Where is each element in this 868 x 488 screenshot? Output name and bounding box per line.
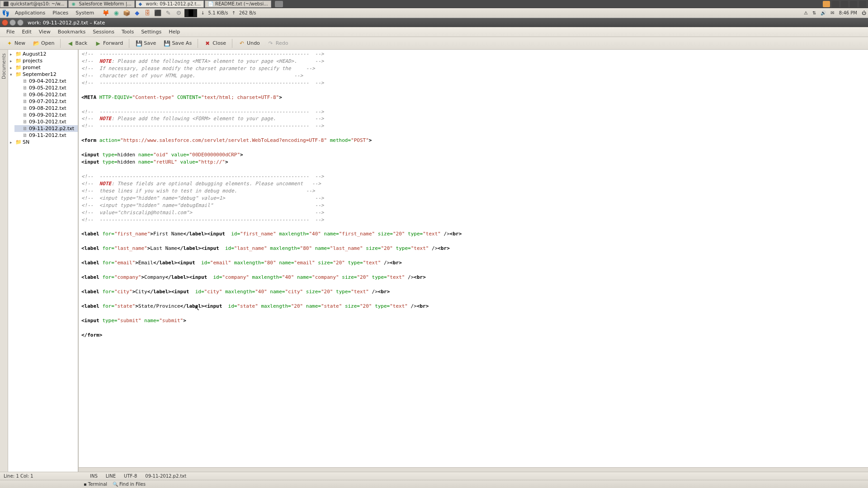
tree-file[interactable]: 🗎09-07-2012.txt	[14, 98, 78, 105]
notification-icon[interactable]	[823, 1, 830, 7]
places-menu[interactable]: Places	[49, 9, 72, 17]
tree-file[interactable]: 🗎09-10-2012.txt	[14, 118, 78, 125]
menu-sessions[interactable]: Sessions	[89, 28, 118, 36]
find-in-files-tab[interactable]: 🔍 Find in Files	[113, 482, 146, 487]
new-button[interactable]: ✦New	[3, 38, 28, 49]
power-icon[interactable]: ⏻	[862, 10, 866, 15]
workspace-icon-3[interactable]	[850, 1, 857, 7]
file-label: 09-07-2012.txt	[29, 99, 66, 104]
horizontal-scrollbar[interactable]	[78, 467, 868, 472]
workspace-icon-1[interactable]	[832, 1, 839, 7]
mail-icon[interactable]: ✉	[830, 10, 834, 15]
terminal-tab[interactable]: ▪ Terminal	[84, 482, 107, 487]
save-button[interactable]: 💾Save	[132, 38, 159, 49]
taskbar-tab-readme[interactable]: 📄 README.txt (~/websi...	[205, 0, 271, 8]
tree-file[interactable]: 🗎09-11-2012.txt	[14, 132, 78, 139]
expander-icon[interactable]: ▸	[10, 59, 14, 63]
open-button[interactable]: 📂Open	[29, 38, 57, 49]
tree-file[interactable]: 🗎09-06-2012.txt	[14, 91, 78, 98]
network-icon[interactable]: ⇅	[812, 10, 816, 15]
taskbar-tab-terminal[interactable]: ⬛ quickstart@qs10: ~/w...	[0, 0, 67, 8]
firefox-icon[interactable]: 🦊	[101, 9, 110, 17]
filename-status: 09-11-2012.p2.txt	[145, 474, 186, 479]
launcher-icons: 🦊 ◉ 📦 ◆ 🗄 ⬛ ✎ ⚙ █	[101, 9, 197, 17]
save-as-button[interactable]: 💾Save As	[160, 38, 195, 49]
tree-folder[interactable]: ▾📁September12	[8, 71, 78, 78]
file-label: 09-10-2012.txt	[29, 119, 66, 125]
open-icon: 📂	[33, 40, 40, 47]
expander-icon[interactable]: ▸	[10, 140, 14, 145]
folder-label: projects	[23, 58, 42, 64]
window-titlebar[interactable]: work: 09-11-2012.p2.txt – Kate	[0, 18, 868, 27]
menu-file[interactable]: File	[3, 28, 18, 36]
phpmyadmin-icon[interactable]: 🗄	[143, 9, 152, 17]
save-label: Save	[144, 40, 156, 46]
find-tab-icon: 🔍	[113, 482, 118, 487]
menu-view[interactable]: View	[35, 28, 54, 36]
expander-icon[interactable]: ▾	[10, 72, 14, 77]
tree-folder[interactable]: ▸📁SN	[8, 139, 78, 145]
toolbar-separator	[198, 39, 198, 48]
tray-icon-1[interactable]: ⚠	[804, 10, 808, 15]
forward-label: Forward	[103, 40, 123, 46]
tab-overflow-icon[interactable]	[275, 1, 283, 7]
app-icon-3[interactable]: ⚙	[174, 9, 183, 17]
tree-folder[interactable]: ▸📁August12	[8, 51, 78, 57]
workspace-icon-2[interactable]	[841, 1, 848, 7]
system-menu[interactable]: System	[72, 9, 98, 17]
workspace-icon-4[interactable]	[859, 1, 866, 7]
applications-menu[interactable]: Applications	[11, 9, 49, 17]
tree-file[interactable]: 🗎09-08-2012.txt	[14, 105, 78, 112]
menu-settings[interactable]: Settings	[137, 28, 165, 36]
virtualbox-icon[interactable]: 📦	[122, 9, 131, 17]
taskbar-tab-kate[interactable]: ◆ work: 09-11-2012.p2.t...	[136, 0, 204, 8]
app-icon-4[interactable]: █	[184, 9, 197, 17]
gnome-foot-icon[interactable]: 👣	[2, 9, 9, 17]
menu-help[interactable]: Help	[165, 28, 184, 36]
documents-sidebar[interactable]: Documents	[0, 50, 8, 472]
folder-icon: 📁	[15, 58, 22, 64]
folder-label: SN	[23, 139, 29, 145]
expander-icon[interactable]: ▸	[10, 66, 14, 70]
close-icon: ✖	[204, 40, 211, 47]
window-close-button[interactable]	[2, 19, 8, 26]
documents-label: Documents	[1, 52, 6, 81]
undo-button[interactable]: ↶Undo	[235, 38, 263, 49]
tree-folder[interactable]: ▸📁promet	[8, 64, 78, 71]
menu-tools[interactable]: Tools	[118, 28, 137, 36]
file-icon: 🗎	[22, 119, 28, 125]
tab-label: work: 09-11-2012.p2.t...	[146, 1, 201, 6]
back-button[interactable]: ◀Back	[63, 38, 90, 49]
tree-file[interactable]: 🗎09-11-2012.p2.txt	[14, 125, 78, 132]
file-icon: 🗎	[22, 85, 28, 91]
tree-file[interactable]: 🗎09-04-2012.txt	[14, 78, 78, 84]
file-label: 09-08-2012.txt	[29, 105, 66, 111]
file-tree[interactable]: ▸📁August12▸📁projects▸📁promet▾📁September1…	[8, 50, 78, 472]
volume-icon[interactable]: 🔊	[821, 10, 826, 15]
terminal-launcher-icon[interactable]: ⬛	[153, 9, 162, 17]
undo-label: Undo	[247, 40, 260, 46]
window-minimize-button[interactable]	[9, 19, 16, 26]
tab-label: README.txt (~/websi...	[215, 1, 268, 6]
chrome-launcher-icon[interactable]: ◉	[112, 9, 121, 17]
redo-label: Redo	[276, 40, 288, 46]
app-icon-2[interactable]: ✎	[164, 9, 173, 17]
forward-button[interactable]: ▶Forward	[91, 38, 126, 49]
save-as-icon: 💾	[163, 40, 170, 47]
code-editor[interactable]: <!-- -----------------------------------…	[78, 50, 868, 467]
window-maximize-button[interactable]	[17, 19, 24, 26]
bottom-panel: ▪ Terminal 🔍 Find in Files	[0, 480, 868, 488]
app-icon-1[interactable]: ◆	[132, 9, 142, 17]
tree-folder[interactable]: ▸📁projects	[8, 57, 78, 64]
menu-bookmarks[interactable]: Bookmarks	[54, 28, 89, 36]
close-button[interactable]: ✖Close	[201, 38, 229, 49]
file-icon: 🗎	[22, 126, 28, 131]
clock[interactable]: 8:46 PM	[839, 10, 857, 15]
expander-icon[interactable]: ▸	[10, 52, 14, 56]
redo-button[interactable]: ↷Redo	[264, 38, 292, 49]
menu-edit[interactable]: Edit	[18, 28, 35, 36]
net-up-icon: ↑	[231, 10, 235, 15]
tree-file[interactable]: 🗎09-09-2012.txt	[14, 112, 78, 118]
taskbar-tab-browser[interactable]: ◉ Salesforce Webform |...	[68, 0, 134, 8]
tree-file[interactable]: 🗎09-05-2012.txt	[14, 84, 78, 91]
